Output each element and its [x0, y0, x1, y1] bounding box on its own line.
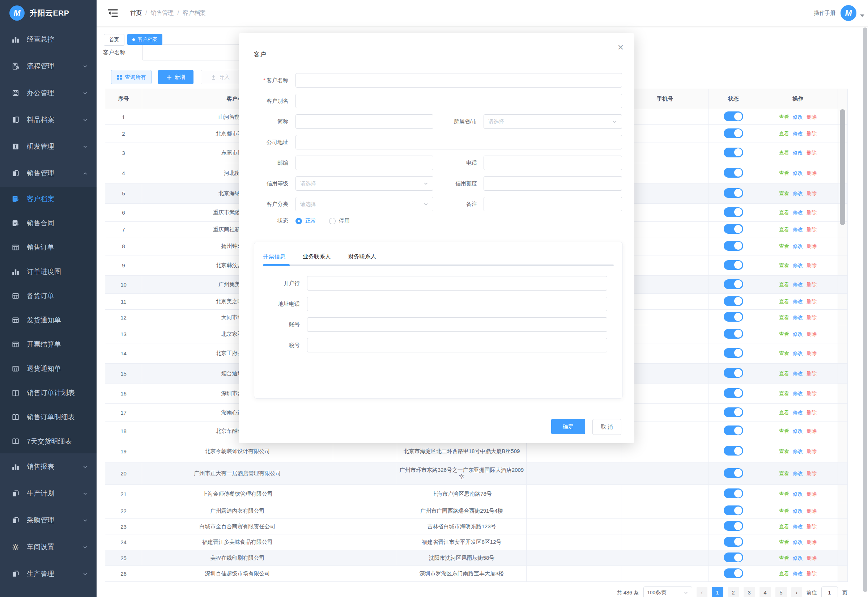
delete-link[interactable]: 删除 — [807, 170, 817, 176]
status-toggle[interactable] — [724, 260, 743, 270]
delete-link[interactable]: 删除 — [807, 131, 817, 137]
page-button-4[interactable]: 4 — [760, 587, 771, 597]
edit-link[interactable]: 修改 — [793, 391, 803, 396]
status-toggle[interactable] — [724, 552, 743, 562]
page-button-1[interactable]: 1 — [712, 587, 723, 597]
sidebar-item-流程管理[interactable]: 流程管理 — [0, 53, 96, 80]
sidebar-item-料品档案[interactable]: 料品档案 — [0, 106, 96, 133]
status-toggle[interactable] — [724, 569, 743, 578]
status-toggle[interactable] — [724, 279, 743, 289]
delete-link[interactable]: 删除 — [807, 243, 817, 249]
edit-link[interactable]: 修改 — [793, 524, 803, 529]
remark-field[interactable] — [484, 197, 622, 211]
chevron-down-icon[interactable] — [860, 15, 864, 19]
status-toggle[interactable] — [724, 241, 743, 251]
delete-link[interactable]: 删除 — [807, 315, 817, 320]
invoice-field-0[interactable] — [307, 276, 607, 291]
sidebar-item-销售报表[interactable]: 销售报表 — [0, 453, 96, 480]
dialog-tab-开票信息[interactable]: 开票信息 — [263, 253, 285, 260]
edit-link[interactable]: 修改 — [793, 508, 803, 514]
status-toggle[interactable] — [724, 168, 743, 178]
close-icon[interactable]: × — [618, 42, 624, 52]
edit-link[interactable]: 修改 — [793, 555, 803, 561]
view-link[interactable]: 查看 — [779, 209, 789, 215]
credit-quota-field[interactable] — [484, 176, 622, 191]
status-radio-正常[interactable]: 正常 — [295, 217, 316, 224]
edit-link[interactable]: 修改 — [793, 209, 803, 215]
status-toggle[interactable] — [724, 489, 743, 498]
status-toggle[interactable] — [724, 348, 743, 358]
short-name-field[interactable] — [295, 114, 433, 129]
delete-link[interactable]: 删除 — [807, 350, 817, 356]
edit-link[interactable]: 修改 — [793, 491, 803, 497]
edit-link[interactable]: 修改 — [793, 331, 803, 337]
delete-link[interactable]: 删除 — [807, 524, 817, 529]
edit-link[interactable]: 修改 — [793, 410, 803, 415]
view-link[interactable]: 查看 — [779, 539, 789, 545]
status-toggle[interactable] — [724, 111, 743, 121]
edit-link[interactable]: 修改 — [793, 428, 803, 434]
delete-link[interactable]: 删除 — [807, 331, 817, 337]
breadcrumb-item[interactable]: 首页 — [130, 9, 142, 17]
sidebar-item-销售订单计划表[interactable]: 销售订单计划表 — [0, 381, 96, 405]
status-toggle[interactable] — [724, 329, 743, 339]
credit-level-select[interactable]: 请选择 — [295, 176, 433, 191]
sidebar-item-销售订单明细表[interactable]: 销售订单明细表 — [0, 405, 96, 429]
invoice-field-2[interactable] — [307, 317, 607, 332]
sidebar-item-采购管理[interactable]: 采购管理 — [0, 507, 96, 534]
view-link[interactable]: 查看 — [779, 331, 789, 337]
status-toggle[interactable] — [724, 207, 743, 217]
view-link[interactable]: 查看 — [779, 470, 789, 476]
sidebar-item-开票结算单[interactable]: 开票结算单 — [0, 332, 96, 356]
delete-link[interactable]: 删除 — [807, 262, 817, 268]
customer-class-select[interactable]: 请选择 — [295, 197, 433, 211]
sidebar-item-销售订单[interactable]: 销售订单 — [0, 235, 96, 260]
view-link[interactable]: 查看 — [779, 227, 789, 232]
view-link[interactable]: 查看 — [779, 298, 789, 304]
edit-link[interactable]: 修改 — [793, 170, 803, 176]
dialog-tab-财务联系人[interactable]: 财务联系人 — [348, 253, 376, 260]
dialog-tab-业务联系人[interactable]: 业务联系人 — [303, 253, 331, 260]
status-toggle[interactable] — [724, 446, 743, 456]
page-button-5[interactable]: 5 — [775, 587, 787, 597]
delete-link[interactable]: 删除 — [807, 298, 817, 304]
next-page-button[interactable]: › — [791, 587, 802, 597]
alias-field[interactable] — [295, 94, 622, 108]
status-toggle[interactable] — [724, 505, 743, 515]
edit-link[interactable]: 修改 — [793, 150, 803, 156]
view-link[interactable]: 查看 — [779, 555, 789, 561]
page-size-select[interactable]: 100条/页 — [643, 587, 692, 597]
goto-page-input[interactable] — [821, 587, 838, 597]
sidebar-item-生产管理[interactable]: 生产管理 — [0, 560, 96, 587]
edit-link[interactable]: 修改 — [793, 298, 803, 304]
sidebar-item-生产计划[interactable]: 生产计划 — [0, 480, 96, 507]
edit-link[interactable]: 修改 — [793, 570, 803, 576]
status-toggle[interactable] — [724, 468, 743, 478]
delete-link[interactable]: 删除 — [807, 539, 817, 545]
import-button[interactable]: 导入 — [201, 70, 240, 84]
status-toggle[interactable] — [724, 296, 743, 306]
sidebar-item-经营总控[interactable]: 经营总控 — [0, 26, 96, 53]
invoice-field-3[interactable] — [307, 338, 607, 352]
sidebar-item-销售管理[interactable]: 销售管理 — [0, 160, 96, 187]
view-link[interactable]: 查看 — [779, 315, 789, 320]
company-address-field[interactable] — [295, 135, 622, 149]
edit-link[interactable]: 修改 — [793, 539, 803, 545]
phone-field[interactable] — [484, 156, 622, 170]
edit-link[interactable]: 修改 — [793, 448, 803, 454]
status-toggle[interactable] — [724, 224, 743, 234]
status-toggle[interactable] — [724, 368, 743, 378]
view-link[interactable]: 查看 — [779, 190, 789, 196]
edit-link[interactable]: 修改 — [793, 227, 803, 232]
invoice-field-1[interactable] — [307, 297, 607, 311]
view-link[interactable]: 查看 — [779, 391, 789, 396]
view-link[interactable]: 查看 — [779, 350, 789, 356]
edit-link[interactable]: 修改 — [793, 262, 803, 268]
view-link[interactable]: 查看 — [779, 370, 789, 376]
status-radio-停用[interactable]: 停用 — [329, 217, 350, 224]
delete-link[interactable]: 删除 — [807, 508, 817, 514]
confirm-button[interactable]: 确定 — [551, 419, 585, 434]
delete-link[interactable]: 删除 — [807, 190, 817, 196]
collapse-menu-icon[interactable] — [107, 8, 118, 19]
cancel-button[interactable]: 取 消 — [592, 419, 621, 435]
